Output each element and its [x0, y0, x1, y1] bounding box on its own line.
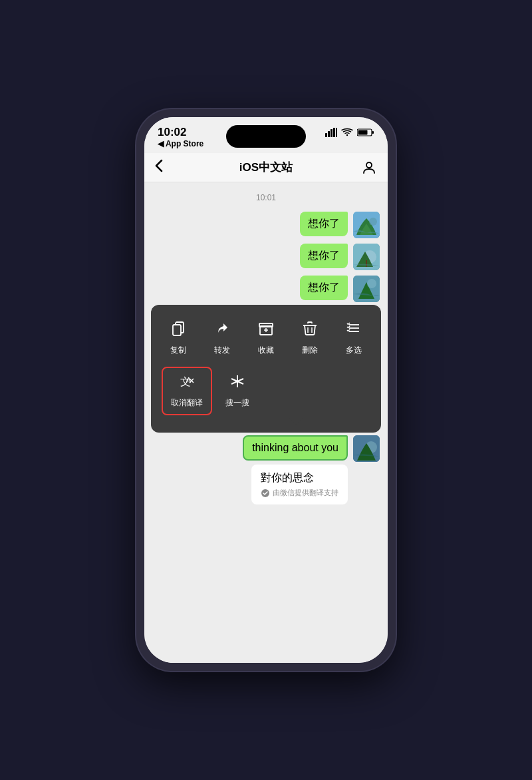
translated-bubble[interactable]: thinking about you: [243, 435, 348, 461]
context-favorite-button[interactable]: 收藏: [246, 315, 286, 361]
messages-container: 10:01 想你了: [144, 182, 388, 663]
status-back-label[interactable]: ◀ App Store: [158, 139, 203, 148]
status-time: 10:02: [158, 126, 203, 138]
svg-rect-2: [331, 129, 332, 137]
context-cancel-translate-button[interactable]: 文 A 取消翻译: [162, 367, 212, 415]
wifi-icon: [341, 128, 353, 137]
svg-rect-7: [358, 130, 368, 135]
message-bubble-3[interactable]: 想你了: [300, 276, 348, 300]
translate-cancel-icon: 文 A: [179, 373, 195, 393]
trash-icon: [302, 321, 318, 341]
credit-text: 由微信提供翻译支持: [273, 488, 338, 498]
svg-rect-18: [259, 323, 273, 327]
wechat-check-icon: [261, 488, 270, 498]
context-delete-button[interactable]: 删除: [290, 315, 330, 361]
battery-icon: [357, 128, 374, 137]
dynamic-island: [226, 125, 306, 148]
context-multiselect-button[interactable]: 多选: [334, 315, 374, 361]
avatar-3: [353, 276, 380, 302]
context-menu-row-1: 复制 转发: [156, 313, 376, 364]
avatar-4: [353, 435, 380, 462]
status-bar-right: [325, 128, 374, 137]
message-row: 想你了: [144, 273, 388, 305]
svg-rect-4: [336, 128, 337, 137]
signal-icon: [325, 128, 337, 137]
list-icon: [346, 321, 362, 341]
box-icon: [258, 321, 274, 341]
context-menu: 复制 转发: [151, 305, 381, 433]
cancel-translate-label: 取消翻译: [171, 397, 203, 409]
search-label: 搜一搜: [225, 397, 249, 409]
phone-frame: 10:02 ◀ App Store: [136, 109, 396, 671]
phone-screen: 10:02 ◀ App Store: [144, 117, 388, 663]
avatar-1: [353, 212, 380, 238]
svg-point-14: [367, 279, 376, 288]
translated-content: thinking about you 對你的思念 由微信提供翻译支持: [243, 435, 348, 504]
context-search-button[interactable]: 搜一搜: [217, 368, 257, 414]
svg-rect-6: [372, 131, 374, 134]
svg-rect-16: [173, 325, 181, 335]
context-menu-arrow: [289, 418, 303, 425]
svg-point-10: [369, 218, 377, 226]
nav-bar: iOS中文站: [144, 153, 388, 182]
context-copy-button[interactable]: 复制: [158, 315, 198, 361]
forward-label: 转发: [214, 345, 230, 356]
status-bar: 10:02 ◀ App Store: [144, 117, 388, 153]
context-forward-button[interactable]: 转发: [202, 315, 242, 361]
translated-message-row: thinking about you 對你的思念 由微信提供翻译支持: [144, 433, 388, 507]
svg-rect-3: [333, 128, 335, 137]
avatar-2: [353, 244, 380, 270]
message-row: 想你了: [144, 241, 388, 273]
translation-box: 對你的思念 由微信提供翻译支持: [251, 465, 348, 504]
forward-icon: [214, 321, 230, 341]
multiselect-label: 多选: [346, 345, 362, 356]
copy-icon: [170, 321, 186, 341]
translation-text: 對你的思念: [261, 471, 338, 485]
message-bubble-2[interactable]: 想你了: [300, 244, 348, 268]
profile-button[interactable]: [357, 160, 377, 176]
message-row: 想你了: [144, 209, 388, 241]
svg-rect-0: [325, 133, 327, 137]
timestamp: 10:01: [144, 193, 388, 202]
status-bar-left: 10:02 ◀ App Store: [158, 126, 203, 148]
svg-rect-1: [328, 131, 330, 137]
asterisk-icon: [229, 373, 245, 393]
original-text: thinking about you: [252, 442, 338, 453]
context-menu-row-2: 文 A 取消翻译: [156, 364, 376, 418]
translation-credit: 由微信提供翻译支持: [261, 488, 338, 498]
delete-label: 删除: [302, 345, 318, 356]
chat-title: iOS中文站: [175, 160, 357, 175]
message-bubble-1[interactable]: 想你了: [300, 212, 348, 236]
favorite-label: 收藏: [258, 345, 274, 356]
back-button[interactable]: [155, 159, 175, 176]
chat-area: 10:01 想你了: [144, 182, 388, 663]
copy-label: 复制: [170, 345, 186, 356]
svg-point-8: [366, 162, 372, 168]
